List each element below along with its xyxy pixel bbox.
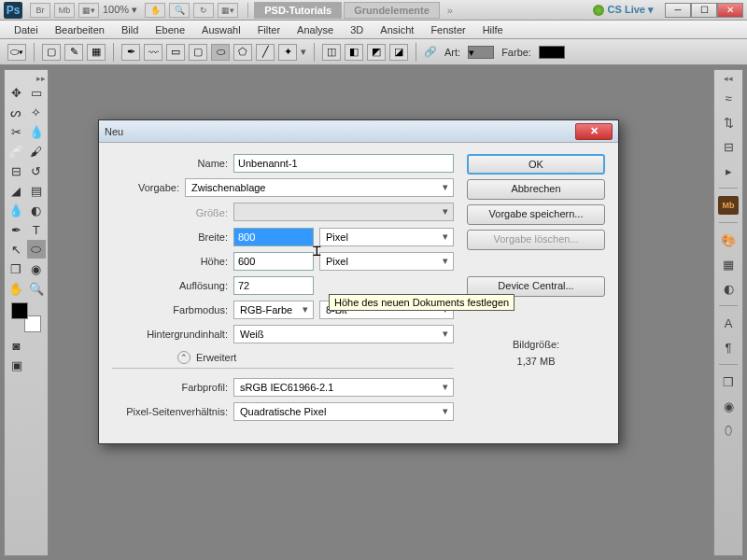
combine-sub-icon[interactable]: ◧ xyxy=(345,44,363,61)
menu-bearbeiten[interactable]: Bearbeiten xyxy=(47,22,113,37)
panel-layers-icon[interactable]: ❒ xyxy=(718,372,739,391)
freeform-icon[interactable]: 〰 xyxy=(144,44,162,61)
pen-tool[interactable]: ✒ xyxy=(7,220,26,239)
window-minimize-button[interactable]: ─ xyxy=(665,3,691,18)
mode-select[interactable]: RGB-Farbe xyxy=(233,301,314,319)
window-maximize-button[interactable]: ☐ xyxy=(691,3,717,18)
width-input[interactable] xyxy=(233,228,314,246)
height-input[interactable] xyxy=(233,252,314,271)
wand-tool[interactable]: ✧ xyxy=(27,103,47,121)
3d-cam-tool[interactable]: ◉ xyxy=(27,259,47,278)
profile-select[interactable]: sRGB IEC61966-2.1 xyxy=(233,378,454,397)
eraser-tool[interactable]: ◢ xyxy=(7,181,26,200)
menu-ebene[interactable]: Ebene xyxy=(147,22,193,37)
dialog-close-button[interactable]: ✕ xyxy=(575,123,613,140)
stamp-tool[interactable]: ⊟ xyxy=(7,161,26,180)
screenmode-tool[interactable]: ▣ xyxy=(7,356,26,374)
extras-button[interactable]: ▦▾ xyxy=(218,3,238,18)
panel-channels-icon[interactable]: ◉ xyxy=(718,397,739,415)
bg-select[interactable]: Weiß xyxy=(233,325,454,343)
name-input[interactable] xyxy=(233,154,454,173)
move-tool[interactable]: ✥ xyxy=(7,83,26,102)
tool-preset-icon[interactable]: ⬭▾ xyxy=(7,44,26,61)
minibridge-button[interactable]: Mb xyxy=(54,3,75,18)
hand-tool[interactable]: ✋ xyxy=(7,279,26,298)
dock-collapse-icon[interactable]: ◂◂ xyxy=(724,74,733,83)
dodge-tool[interactable]: ◐ xyxy=(27,201,47,219)
shape-options-icon[interactable]: ▾ xyxy=(301,46,306,58)
preset-select[interactable]: Zwischenablage xyxy=(185,178,454,197)
menu-3d[interactable]: 3D xyxy=(342,22,372,37)
panel-character-icon[interactable]: A xyxy=(718,314,739,332)
line-shape-icon[interactable]: ╱ xyxy=(256,44,275,61)
zoom-tool[interactable]: 🔍 xyxy=(27,279,47,298)
workspace-tab-grund[interactable]: Grundelemente xyxy=(344,2,440,19)
width-unit-select[interactable]: Pixel xyxy=(319,228,454,246)
eyedropper-tool[interactable]: 💧 xyxy=(27,122,47,141)
panel-color-icon[interactable]: 🎨 xyxy=(718,231,739,249)
menu-analyse[interactable]: Analyse xyxy=(289,22,342,37)
pen-icon[interactable]: ✒ xyxy=(121,44,140,61)
menu-auswahl[interactable]: Auswahl xyxy=(193,22,249,37)
panel-masks-icon[interactable]: ◐ xyxy=(718,279,739,298)
quickmask-tool[interactable]: ◙ xyxy=(7,336,26,355)
marquee-tool[interactable]: ▭ xyxy=(27,83,47,102)
menu-datei[interactable]: Datei xyxy=(6,22,47,37)
style-swatch[interactable]: ▾ xyxy=(468,46,494,59)
lasso-tool[interactable]: ᔕ xyxy=(7,103,26,121)
custom-shape-icon[interactable]: ✦ xyxy=(278,44,297,61)
combine-int-icon[interactable]: ◩ xyxy=(367,44,386,61)
panel-bridge-icon[interactable]: Mb xyxy=(718,196,739,215)
height-unit-select[interactable]: Pixel xyxy=(319,252,454,271)
cslive-button[interactable]: CS Live ▾ xyxy=(608,4,654,16)
path-sel-tool[interactable]: ↖ xyxy=(7,240,26,259)
combine-add-icon[interactable]: ◫ xyxy=(322,44,341,61)
ellipse-shape-icon[interactable]: ⬭ xyxy=(211,44,230,61)
panel-styles-icon[interactable]: ▸ xyxy=(718,161,739,180)
menu-fenster[interactable]: Fenster xyxy=(422,22,473,37)
roundrect-shape-icon[interactable]: ▢ xyxy=(189,44,207,61)
advanced-toggle[interactable]: ⌃ Erweitert xyxy=(177,351,454,364)
fill-pixels-icon[interactable]: ▦ xyxy=(87,44,106,61)
menu-hilfe[interactable]: Hilfe xyxy=(474,22,512,37)
blur-tool[interactable]: 💧 xyxy=(7,201,26,219)
panel-clone-icon[interactable]: ⊟ xyxy=(718,137,739,156)
ok-button[interactable]: OK xyxy=(467,154,605,175)
3d-tool[interactable]: ❒ xyxy=(7,259,26,278)
rotate-view-icon[interactable]: ↻ xyxy=(193,3,214,18)
cancel-button[interactable]: Abbrechen xyxy=(467,179,605,200)
shape-tool[interactable]: ⬭ xyxy=(27,240,47,259)
panel-adjustments-icon[interactable]: ≈ xyxy=(718,89,739,107)
pixelratio-select[interactable]: Quadratische Pixel xyxy=(233,402,454,421)
crop-tool[interactable]: ✂ xyxy=(7,122,26,141)
combine-excl-icon[interactable]: ◪ xyxy=(389,44,408,61)
panel-swatches-icon[interactable]: ▦ xyxy=(718,255,739,273)
arrange-button[interactable]: ▦▾ xyxy=(78,3,99,18)
workspace-tab-psd[interactable]: PSD-Tutorials xyxy=(254,2,342,19)
resolution-input[interactable] xyxy=(233,276,314,295)
zoom-level[interactable]: 100% ▾ xyxy=(103,4,137,16)
window-close-button[interactable]: ✕ xyxy=(717,3,743,18)
panel-paths-icon[interactable]: ⬯ xyxy=(718,421,739,440)
toolbox-collapse-icon[interactable]: ▸▸ xyxy=(7,74,46,83)
panel-paragraph-icon[interactable]: ¶ xyxy=(718,338,739,357)
color-picker[interactable] xyxy=(11,302,41,332)
bridge-button[interactable]: Br xyxy=(30,3,50,18)
more-workspaces-icon[interactable]: » xyxy=(447,5,453,16)
zoom-tool-icon[interactable]: 🔍 xyxy=(169,3,190,18)
gradient-tool[interactable]: ▤ xyxy=(27,181,47,200)
hand-tool-icon[interactable]: ✋ xyxy=(145,3,165,18)
menu-ansicht[interactable]: Ansicht xyxy=(372,22,422,37)
type-tool[interactable]: T xyxy=(27,220,47,239)
path-icon[interactable]: ✎ xyxy=(64,44,83,61)
panel-brushes-icon[interactable]: ⇅ xyxy=(718,113,739,132)
dialog-titlebar[interactable]: Neu ✕ xyxy=(99,120,618,143)
menu-bild[interactable]: Bild xyxy=(113,22,147,37)
polygon-shape-icon[interactable]: ⬠ xyxy=(233,44,252,61)
menu-filter[interactable]: Filter xyxy=(249,22,289,37)
link-icon[interactable]: 🔗 xyxy=(424,46,437,58)
shape-layer-icon[interactable]: ▢ xyxy=(42,44,61,61)
heal-tool[interactable]: 🩹 xyxy=(7,142,26,161)
save-preset-button[interactable]: Vorgabe speichern... xyxy=(467,204,605,225)
color-swatch[interactable] xyxy=(539,46,565,59)
